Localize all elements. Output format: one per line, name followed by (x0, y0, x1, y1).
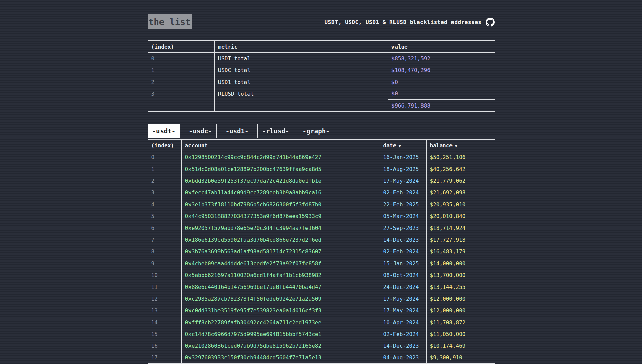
row-date: 02-Feb-2024 (380, 328, 426, 340)
table-row: 5 0x44c9503188827034377353a9f6d876eea159… (148, 210, 495, 222)
summary-row-index: 2 (148, 76, 214, 88)
row-account-address: 0x5abbb621697a110020a6cd1f4afaf1b1cb9389… (181, 269, 380, 281)
row-index: 14 (148, 316, 181, 328)
summary-row-metric: USDT total (214, 53, 388, 64)
row-account-address: 0x3297603933c150f30cb94484cd5604f7e71a5e… (181, 352, 380, 364)
row-index: 5 (148, 210, 181, 222)
row-date: 14-Dec-2023 (380, 234, 426, 246)
summary-row: 2 USD1 total $0 (148, 76, 495, 88)
summary-row: 1 USDC total $108,470,296 (148, 64, 495, 76)
page-title: the list (148, 14, 192, 29)
row-date: 10-Apr-2024 (380, 316, 426, 328)
row-index: 10 (148, 269, 181, 281)
blacklist-header-account: account (181, 140, 380, 151)
row-date: 02-Feb-2024 (380, 187, 426, 199)
tab-rlusd[interactable]: -rlusd- (257, 124, 294, 138)
summary-table-foot: $966,791,888 (148, 100, 495, 112)
row-account-address: 0x44c9503188827034377353a9f6d876eea15933… (181, 210, 380, 222)
row-date: 27-Sep-2023 (380, 222, 426, 234)
summary-table-head: (index) metric value (148, 41, 495, 53)
row-index: 1 (148, 163, 181, 175)
row-index: 2 (148, 175, 181, 187)
row-balance: $40,256,642 (426, 163, 495, 175)
row-balance: $50,251,106 (426, 151, 495, 163)
summary-row-value: $0 (388, 88, 495, 100)
row-account-address: 0x1298500214c99cc9c844c2d99d741b44a869e4… (181, 151, 380, 163)
row-balance: $21,692,098 (426, 187, 495, 199)
row-date: 16-Jan-2025 (380, 151, 426, 163)
row-date: 17-May-2024 (380, 175, 426, 187)
row-balance: $20,935,010 (426, 199, 495, 210)
table-row: 8 0x3b76a3699b563ad1af98ad581714c72315c8… (148, 246, 495, 257)
row-date: 02-Feb-2024 (380, 246, 426, 257)
row-date: 14-Dec-2023 (380, 340, 426, 352)
row-account-address: 0xe92057f579abd78e65e20c3d4fc3994aa7fe16… (181, 222, 380, 234)
row-account-address: 0xbdd32b0e59f253f37ec97da72c421d8da0e1fb… (181, 175, 380, 187)
row-balance: $20,010,840 (426, 210, 495, 222)
summary-header-index: (index) (148, 41, 214, 53)
row-date: 17-May-2024 (380, 305, 426, 316)
sort-desc-icon: ▼ (455, 143, 457, 148)
row-balance: $10,174,469 (426, 340, 495, 352)
row-balance: $13,144,255 (426, 281, 495, 293)
summary-row-index: 0 (148, 53, 214, 64)
row-balance: $17,727,918 (426, 234, 495, 246)
summary-header-metric: metric (214, 41, 388, 53)
summary-row-index: 1 (148, 64, 214, 76)
row-index: 4 (148, 199, 181, 210)
blacklist-header-balance[interactable]: balance▼ (426, 140, 495, 151)
table-row: 6 0xe92057f579abd78e65e20c3d4fc3994aa7fe… (148, 222, 495, 234)
row-date: 15-Jan-2025 (380, 257, 426, 269)
summary-total-value: $966,791,888 (388, 100, 495, 112)
summary-table: (index) metric value 0 USDT total $858,3… (148, 40, 495, 112)
table-row: 3 0xfecc47ab11a44c09d9cc7289eeb3b9a8abb9… (148, 187, 495, 199)
balance-header-label: balance (430, 142, 453, 149)
table-row: 14 0xfff8cb22789fafb30492cc4264a711c2ed1… (148, 316, 495, 328)
row-index: 16 (148, 340, 181, 352)
row-account-address: 0xfecc47ab11a44c09d9cc7289eeb3b9a8abb9ca… (181, 187, 380, 199)
row-account-address: 0xfff8cb22789fafb30492cc4264a711c2ed1973… (181, 316, 380, 328)
summary-row-value: $108,470,296 (388, 64, 495, 76)
summary-total-metric-spacer (214, 100, 388, 112)
row-date: 04-Aug-2023 (380, 352, 426, 364)
row-index: 17 (148, 352, 181, 364)
row-index: 8 (148, 246, 181, 257)
row-account-address: 0x51dc0d08a01ce128897b200bc47639ffaa9ca8… (181, 163, 380, 175)
row-index: 3 (148, 187, 181, 199)
summary-row: 3 RLUSD total $0 (148, 88, 495, 100)
table-row: 9 0x4cbeb09caa4dddde613cedfe2f73a92f07fc… (148, 257, 495, 269)
header-bar: the list USDT, USDC, USD1 & RLUSD blackl… (148, 14, 495, 29)
table-row: 0 0x1298500214c99cc9c844c2d99d741b44a869… (148, 151, 495, 163)
sort-desc-icon: ▼ (398, 143, 401, 148)
row-index: 15 (148, 328, 181, 340)
blacklist-header-index: (index) (148, 140, 181, 151)
row-index: 11 (148, 281, 181, 293)
summary-row-metric: USDC total (214, 64, 388, 76)
tab-usdt[interactable]: -usdt- (148, 124, 180, 138)
row-account-address: 0xe2102860361ced07ab9d75dbe815962b72165e… (181, 340, 380, 352)
summary-row-index: 3 (148, 88, 214, 100)
row-date: 22-Feb-2025 (380, 199, 426, 210)
table-row: 11 0x88e6c440164b14756969be17ae0fb44470b… (148, 281, 495, 293)
blacklist-header-date[interactable]: date▼ (380, 140, 426, 151)
tab-usdc[interactable]: -usdc- (184, 124, 217, 138)
summary-row: 0 USDT total $858,321,592 (148, 53, 495, 64)
tab-usd1[interactable]: -usd1- (221, 124, 254, 138)
header-subtitle: USDT, USDC, USD1 & RLUSD blacklisted add… (324, 19, 482, 25)
row-balance: $11,708,872 (426, 316, 495, 328)
row-account-address: 0x3b76a3699b563ad1af98ad581714c72315c836… (181, 246, 380, 257)
tab-graph[interactable]: -graph- (298, 124, 334, 138)
summary-table-body: 0 USDT total $858,321,592 1 USDC total $… (148, 53, 495, 100)
row-index: 9 (148, 257, 181, 269)
row-balance: $14,000,000 (426, 257, 495, 269)
table-row: 2 0xbdd32b0e59f253f37ec97da72c421d8da0e1… (148, 175, 495, 187)
header-right: USDT, USDC, USD1 & RLUSD blacklisted add… (324, 18, 494, 27)
table-row: 7 0x186e6139cd55902faa3d70b4cd866e7237d2… (148, 234, 495, 246)
row-index: 6 (148, 222, 181, 234)
github-icon[interactable] (486, 18, 495, 27)
table-row: 17 0x3297603933c150f30cb94484cd5604f7e71… (148, 352, 495, 364)
row-account-address: 0x186e6139cd55902faa3d70b4cd866e7237d2f6… (181, 234, 380, 246)
token-tabs: -usdt- -usdc- -usd1- -rlusd- -graph- (148, 124, 495, 138)
summary-row-metric: USD1 total (214, 76, 388, 88)
summary-row-metric: RLUSD total (214, 88, 388, 100)
